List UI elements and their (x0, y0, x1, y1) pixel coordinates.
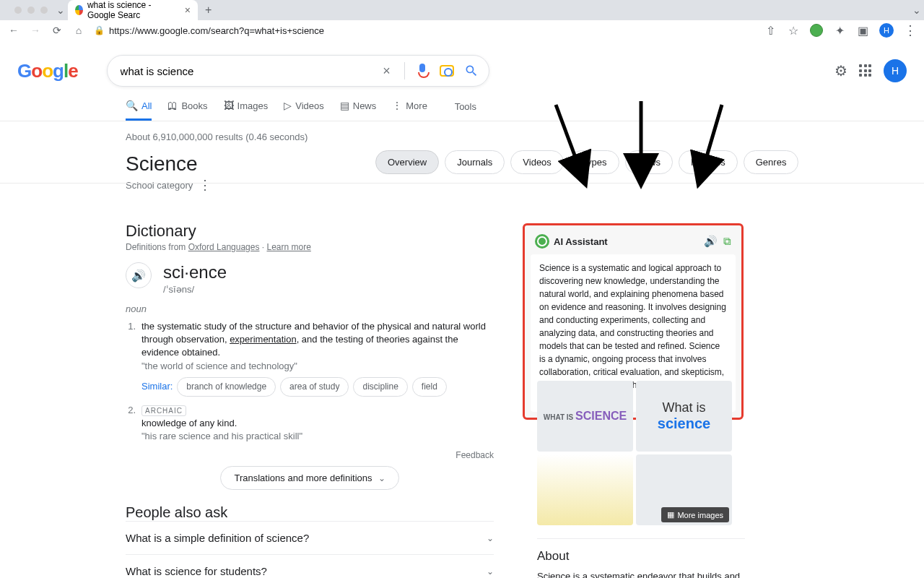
kp-tabs: Overview Journals Videos Types News Hobb… (375, 150, 798, 174)
tab-news[interactable]: ▤News (340, 100, 377, 121)
chip-area-of-study[interactable]: area of study (280, 377, 349, 397)
oxford-link[interactable]: Oxford Languages (188, 242, 260, 252)
back-button[interactable]: ← (7, 25, 20, 36)
dictionary-feedback-link[interactable]: Feedback (126, 450, 494, 460)
url-text: https://www.google.com/search?q=what+is+… (109, 25, 324, 36)
paa-item-1[interactable]: What is a simple definition of science?⌄ (126, 521, 494, 554)
grid-icon: ▦ (667, 510, 674, 519)
kp-image-1[interactable]: WHAT IS SCIENCE (537, 381, 633, 452)
bookmark-icon[interactable]: ☆ (787, 24, 800, 37)
phonetic: /ˈsīəns/ (163, 284, 227, 295)
window-controls[interactable] (6, 7, 56, 14)
kp-image-3[interactable] (537, 454, 633, 525)
address-field[interactable]: 🔒 https://www.google.com/search?q=what+i… (94, 25, 324, 36)
pill-types[interactable]: Types (570, 150, 619, 174)
google-logo[interactable]: Google (17, 60, 78, 82)
kp-subtitle: School category ⋮ (126, 177, 924, 193)
archaic-label: ARCHAIC (141, 405, 186, 416)
headword: sci·ence (163, 262, 227, 282)
translations-expand-button[interactable]: Translations and more definitions ⌄ (220, 466, 398, 490)
chip-branch-of-knowledge[interactable]: branch of knowledge (177, 377, 276, 397)
extensions-icon[interactable]: ✦ (833, 24, 846, 37)
speaker-icon[interactable]: 🔊 (704, 235, 718, 248)
separator (404, 62, 405, 79)
divider (0, 183, 924, 184)
settings-gear-icon[interactable]: ⚙ (834, 62, 847, 79)
pronounce-button[interactable]: 🔊 (126, 262, 152, 288)
ai-card-header: AI Assistant 🔊 ⧉ (531, 231, 736, 254)
pill-journals[interactable]: Journals (445, 150, 505, 174)
tab-list-chevron-icon[interactable]: ⌄ (56, 4, 65, 16)
tools-button[interactable]: Tools (455, 101, 476, 119)
search-box[interactable]: × (107, 55, 489, 87)
def-example-1: "the world of science and technology" (141, 361, 297, 371)
tab-overflow-chevron-icon[interactable]: ⌄ (912, 4, 921, 16)
copy-icon[interactable]: ⧉ (723, 235, 731, 248)
pill-overview[interactable]: Overview (375, 150, 439, 174)
speaker-icon: 🔊 (131, 269, 146, 282)
def-number: 1. (126, 320, 136, 397)
pill-hobbies[interactable]: Hobbies (679, 150, 738, 174)
kp-more-icon[interactable]: ⋮ (199, 177, 212, 193)
voice-search-icon[interactable] (415, 64, 430, 78)
part-of-speech: noun (126, 303, 494, 314)
sidepanel-icon[interactable]: ▣ (856, 24, 869, 37)
new-tab-button[interactable]: + (198, 4, 219, 17)
pill-news[interactable]: News (625, 150, 674, 174)
ai-assistant-logo-icon (535, 234, 549, 249)
kp-image-4[interactable]: ▦ More images (636, 454, 732, 525)
account-avatar[interactable]: H (884, 59, 907, 82)
extension-green-icon[interactable] (810, 24, 823, 37)
paa-item-2[interactable]: What is science for students?⌄ (126, 554, 494, 578)
maximize-window-icon[interactable] (40, 7, 48, 14)
address-bar: ← → ⟳ ⌂ 🔒 https://www.google.com/search?… (0, 20, 924, 40)
chrome-profile-avatar[interactable]: H (879, 23, 894, 38)
dictionary-source: Definitions from Oxford Languages · Lear… (126, 242, 494, 252)
dictionary-entry: 🔊 sci·ence /ˈsīəns/ (126, 262, 494, 295)
reload-button[interactable]: ⟳ (51, 25, 64, 36)
chip-field[interactable]: field (412, 377, 447, 397)
minimize-window-icon[interactable] (27, 7, 35, 14)
image-icon: 🖼 (224, 100, 234, 111)
clear-icon[interactable]: × (380, 64, 394, 78)
google-header: Google × ⚙ H (0, 40, 924, 87)
chrome-menu-icon[interactable]: ⋮ (904, 22, 917, 38)
home-button[interactable]: ⌂ (72, 25, 85, 36)
learn-more-link[interactable]: Learn more (266, 242, 310, 252)
google-favicon-icon (75, 5, 83, 15)
play-icon: ▷ (284, 100, 292, 111)
about-heading: About (537, 538, 745, 564)
similar-row: Similar: branch of knowledge area of stu… (141, 377, 494, 397)
search-icon[interactable] (464, 64, 479, 78)
tab-all[interactable]: 🔍All (126, 100, 152, 121)
similar-label: Similar: (141, 380, 173, 393)
google-apps-icon[interactable] (859, 64, 872, 77)
chip-discipline[interactable]: discipline (353, 377, 407, 397)
tab-books[interactable]: 🕮Books (167, 100, 207, 121)
lock-icon: 🔒 (94, 25, 105, 35)
pill-genres[interactable]: Genres (744, 150, 799, 174)
tab-videos[interactable]: ▷Videos (284, 100, 324, 121)
kp-image-2[interactable]: What isscience (636, 381, 732, 452)
tab-images[interactable]: 🖼Images (224, 100, 269, 121)
def-example-2: "his rare science and his practical skil… (141, 431, 302, 441)
pill-videos[interactable]: Videos (510, 150, 564, 174)
share-icon[interactable]: ⇧ (764, 24, 777, 37)
chevron-down-icon: ⌄ (487, 566, 494, 577)
chevron-down-icon: ⌄ (378, 473, 385, 483)
forward-button[interactable]: → (29, 25, 42, 36)
experimentation-link[interactable]: experimentation (230, 334, 297, 345)
close-window-icon[interactable] (14, 7, 22, 14)
dictionary-heading: Dictionary (126, 222, 494, 241)
ai-card-title: AI Assistant (554, 236, 608, 247)
lens-search-icon[interactable] (440, 64, 454, 78)
close-tab-icon[interactable]: × (185, 4, 191, 16)
tab-more[interactable]: ⋮More (392, 100, 427, 121)
about-body: Science is a systematic endeavor that bu… (537, 569, 745, 578)
news-icon: ▤ (340, 100, 349, 111)
search-input[interactable] (121, 65, 380, 77)
browser-tab[interactable]: what is science - Google Searc × (68, 0, 198, 20)
more-dots-icon: ⋮ (392, 100, 402, 111)
more-images-button[interactable]: ▦ More images (661, 507, 729, 522)
search-small-icon: 🔍 (126, 100, 138, 111)
